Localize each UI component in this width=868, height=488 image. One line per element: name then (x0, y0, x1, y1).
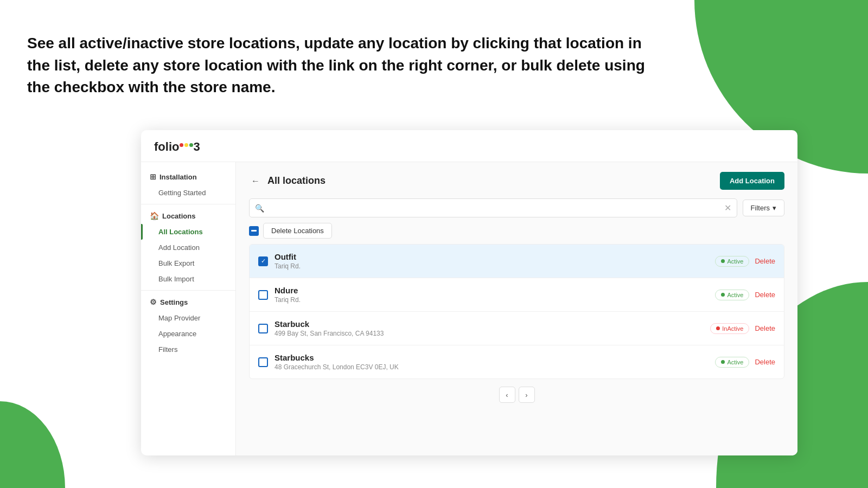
location-name-1: Outfit (275, 252, 709, 261)
status-dot-3 (716, 326, 720, 330)
location-address-4: 48 Gracechurch St, London EC3V 0EJ, UK (275, 363, 709, 371)
status-label-1: Active (727, 258, 743, 265)
sidebar-section-settings: ⚙ Settings Map Provider Appearance Filte… (141, 294, 235, 357)
search-icon: 🔍 (255, 204, 264, 213)
logo-text: folio (154, 140, 179, 154)
location-list: Outfit Tariq Rd. Active Delete (249, 244, 784, 379)
sidebar-item-getting-started[interactable]: Getting Started (141, 185, 235, 201)
dot-red (180, 143, 183, 147)
location-name-2: Ndure (275, 286, 709, 295)
status-badge-1: Active (715, 256, 749, 267)
sidebar-item-appearance[interactable]: Appearance (141, 326, 235, 342)
installation-icon: ⊞ (150, 172, 156, 181)
status-dot-4 (721, 360, 725, 364)
sidebar: ⊞ Installation Getting Started 🏠 Locatio… (141, 162, 236, 455)
search-row: 🔍 ✕ Filters ▾ (249, 198, 784, 217)
back-button[interactable]: ← (249, 174, 262, 188)
location-checkbox-2[interactable] (258, 290, 268, 300)
location-info-3: Starbuck 499 Bay St, San Francisco, CA 9… (275, 319, 704, 337)
location-info-4: Starbucks 48 Gracechurch St, London EC3V… (275, 353, 709, 371)
logo: folio 3 (154, 140, 200, 154)
status-label-2: Active (727, 292, 743, 298)
location-address-3: 499 Bay St, San Francisco, CA 94133 (275, 330, 704, 337)
filters-chevron-icon: ▾ (773, 204, 776, 212)
sidebar-item-add-location[interactable]: Add Location (141, 240, 235, 255)
location-name-4: Starbucks (275, 353, 709, 362)
location-actions-3: InActive Delete (710, 323, 775, 334)
location-checkbox-3[interactable] (258, 324, 268, 333)
sidebar-section-locations: 🏠 Locations All Locations Add Location B… (141, 208, 235, 287)
location-address-1: Tariq Rd. (275, 262, 709, 270)
location-actions-2: Active Delete (715, 290, 775, 300)
sidebar-item-bulk-import[interactable]: Bulk Import (141, 271, 235, 287)
delete-locations-button[interactable]: Delete Locations (263, 223, 332, 239)
location-actions-1: Active Delete (715, 256, 775, 267)
delete-link-1[interactable]: Delete (755, 257, 775, 265)
main-title-row: ← All locations (249, 174, 326, 188)
location-address-2: Tariq Rd. (275, 296, 709, 304)
sidebar-item-map-provider[interactable]: Map Provider (141, 310, 235, 326)
sidebar-section-installation: ⊞ Installation Getting Started (141, 169, 235, 201)
table-row[interactable]: Ndure Tariq Rd. Active Delete (250, 278, 784, 312)
bulk-select-checkbox[interactable] (249, 226, 259, 236)
divider-2 (141, 290, 235, 291)
dot-yellow (184, 143, 188, 147)
sidebar-section-installation-label: Installation (159, 173, 197, 181)
bulk-checkbox-inner (251, 230, 257, 232)
status-label-4: Active (727, 359, 743, 365)
app-header: folio 3 (141, 130, 797, 162)
main-content: ← All locations Add Location 🔍 ✕ Filters… (236, 162, 797, 455)
page-description: See all active/inactive store locations,… (27, 33, 662, 99)
locations-icon: 🏠 (150, 211, 159, 220)
status-badge-3: InActive (710, 323, 749, 334)
search-input[interactable] (269, 204, 720, 212)
bulk-row: Delete Locations (249, 223, 784, 239)
logo-number: 3 (193, 140, 200, 154)
status-label-3: InActive (722, 325, 743, 332)
sidebar-header-settings: ⚙ Settings (141, 294, 235, 310)
add-location-button[interactable]: Add Location (720, 172, 784, 190)
settings-icon: ⚙ (150, 298, 157, 306)
prev-page-button[interactable]: ‹ (499, 387, 515, 403)
location-actions-4: Active Delete (715, 357, 775, 368)
table-row[interactable]: Starbuck 499 Bay St, San Francisco, CA 9… (250, 312, 784, 345)
table-row[interactable]: Outfit Tariq Rd. Active Delete (250, 245, 784, 278)
app-body: ⊞ Installation Getting Started 🏠 Locatio… (141, 162, 797, 455)
location-checkbox-4[interactable] (258, 357, 268, 367)
pagination: ‹ › (249, 387, 784, 403)
status-badge-2: Active (715, 290, 749, 300)
sidebar-item-all-locations[interactable]: All Locations (141, 224, 235, 240)
divider-1 (141, 204, 235, 204)
sidebar-header-locations: 🏠 Locations (141, 208, 235, 224)
sidebar-section-settings-label: Settings (160, 298, 188, 306)
sidebar-header-installation: ⊞ Installation (141, 169, 235, 185)
sidebar-item-bulk-export[interactable]: Bulk Export (141, 255, 235, 271)
location-info-2: Ndure Tariq Rd. (275, 286, 709, 304)
filters-button[interactable]: Filters ▾ (743, 200, 784, 216)
delete-link-2[interactable]: Delete (755, 291, 775, 299)
search-box: 🔍 ✕ (249, 198, 737, 217)
logo-dots (180, 143, 193, 147)
status-badge-4: Active (715, 357, 749, 368)
page-title: All locations (267, 175, 326, 187)
dot-green (189, 143, 193, 147)
clear-search-button[interactable]: ✕ (724, 203, 731, 213)
location-checkbox-1[interactable] (258, 256, 268, 266)
location-name-3: Starbuck (275, 319, 704, 329)
sidebar-item-filters[interactable]: Filters (141, 342, 235, 357)
location-info-1: Outfit Tariq Rd. (275, 252, 709, 270)
status-dot-2 (721, 293, 725, 297)
delete-link-4[interactable]: Delete (755, 358, 775, 366)
table-row[interactable]: Starbucks 48 Gracechurch St, London EC3V… (250, 345, 784, 378)
main-header: ← All locations Add Location (249, 172, 784, 190)
app-window: folio 3 ⊞ Installation Getting Started (141, 130, 797, 455)
filters-label: Filters (751, 204, 770, 212)
sidebar-section-locations-label: Locations (162, 212, 195, 220)
next-page-button[interactable]: › (519, 387, 535, 403)
status-dot-1 (721, 259, 725, 263)
delete-link-3[interactable]: Delete (755, 324, 775, 332)
